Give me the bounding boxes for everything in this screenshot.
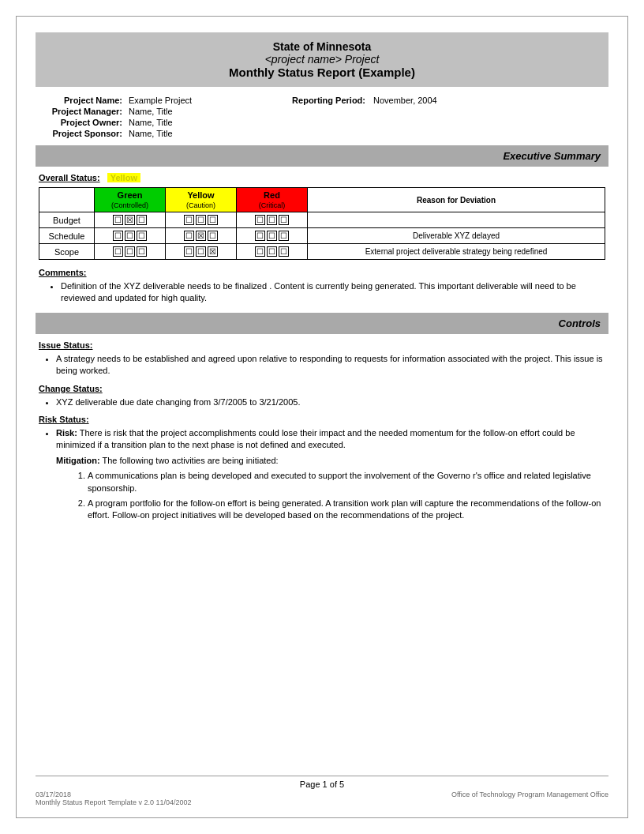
checkbox[interactable]: ☐ [255,231,265,241]
project-owner-label: Project Owner: [39,117,125,128]
issue-list: A strategy needs to be established and a… [39,353,605,378]
risk-status-label: Risk Status: [39,415,605,424]
project-info: Project Name: Example Project Reporting … [36,95,608,139]
mitigation-item: A communications plan is being developed… [88,470,605,494]
executive-summary-label: Executive Summary [503,150,601,162]
checkbox[interactable]: ☐ [184,215,194,225]
checkbox[interactable]: ☒ [196,231,206,241]
checkbox[interactable]: ☐ [196,246,206,257]
reason-cell [308,212,605,228]
mitigation-block: Mitigation: The following two activities… [56,455,605,522]
risk-item: Risk: There is risk that the project acc… [56,427,605,452]
controls-banner: Controls [36,313,608,334]
checkbox[interactable]: ☐ [267,215,277,225]
page-footer: Page 1 of 5 03/17/2018 Monthly Status Re… [36,776,608,806]
header-title1: State of Minnesota [40,40,604,53]
mitigation-list: A communications plan is being developed… [56,470,605,522]
footer-office: Office of Technology Program Management … [451,791,608,806]
page: State of Minnesota <project name> Projec… [16,16,628,818]
red-checkboxes: ☐☐☐ [237,212,308,228]
checkbox[interactable]: ☐ [125,231,135,241]
overall-status-label: Overall Status: [39,173,100,182]
yellow-header: Yellow (Caution) [166,188,237,212]
mitigation-item: A program portfolio for the follow-on ef… [88,498,605,522]
project-manager-label: Project Manager: [39,106,125,117]
change-item: XYZ deliverable due date changing from 3… [56,396,605,408]
risk-list: Risk: There is risk that the project acc… [39,427,605,452]
checkbox[interactable]: ☐ [255,215,265,225]
header-title2: <project name> Project [40,53,604,66]
comments-label: Comments: [39,268,605,277]
checkbox[interactable]: ☐ [184,231,194,241]
status-table: Green (Controlled) Yellow (Caution) Red … [39,187,605,260]
checkbox[interactable]: ☒ [208,246,218,257]
status-row-label: Scope [39,244,95,260]
project-name-value: Example Project [125,95,283,106]
overall-status-value: Yellow [107,173,140,182]
comments-list: Definition of the XYZ deliverable needs … [39,280,605,305]
header-title3: Monthly Status Report (Example) [40,66,604,79]
comment-item: Definition of the XYZ deliverable needs … [61,280,605,305]
project-name-label: Project Name: [39,95,125,106]
controls-section: Issue Status: A strategy needs to be est… [36,340,608,522]
checkbox[interactable]: ☐ [113,231,123,241]
status-row-label: Budget [39,212,95,228]
project-owner-value: Name, Title [125,117,283,128]
col-empty [39,188,95,212]
checkbox[interactable]: ☐ [279,246,289,257]
change-status-label: Change Status: [39,384,605,393]
project-sponsor-value: Name, Title [125,128,283,139]
mitigation-label: Mitigation: [56,456,100,465]
executive-summary-banner: Executive Summary [36,145,608,167]
checkbox[interactable]: ☐ [196,215,206,225]
checkbox[interactable]: ☐ [125,246,135,257]
checkbox[interactable]: ☐ [113,215,123,225]
green-header: Green (Controlled) [95,188,166,212]
status-table-container: Green (Controlled) Yellow (Caution) Red … [36,187,608,260]
checkbox[interactable]: ☐ [279,231,289,241]
overall-status-row: Overall Status: Yellow [36,173,608,182]
issue-item: A strategy needs to be established and a… [56,353,605,378]
checkbox[interactable]: ☐ [267,231,277,241]
checkbox[interactable]: ☐ [184,246,194,257]
red-checkboxes: ☐☐☐ [237,244,308,260]
checkbox[interactable]: ☐ [208,215,218,225]
checkbox[interactable]: ☐ [137,215,147,225]
yellow-checkboxes: ☐☐☒ [166,244,237,260]
yellow-checkboxes: ☐☐☐ [166,212,237,228]
yellow-checkboxes: ☐☒☐ [166,228,237,244]
comments-section: Comments: Definition of the XYZ delivera… [36,268,608,305]
red-checkboxes: ☐☐☐ [237,228,308,244]
checkbox[interactable]: ☐ [137,231,147,241]
green-checkboxes: ☐☒☐ [95,212,166,228]
checkbox[interactable]: ☐ [255,246,265,257]
checkbox[interactable]: ☒ [125,215,135,225]
footer-template: Monthly Status Report Template v 2.0 11/… [36,798,191,806]
risk-label: Risk: [56,428,77,438]
footer-left: 03/17/2018 Monthly Status Report Templat… [36,791,191,806]
reason-header: Reason for Deviation [308,188,605,212]
checkbox[interactable]: ☐ [279,215,289,225]
checkbox[interactable]: ☐ [267,246,277,257]
header-banner: State of Minnesota <project name> Projec… [36,32,608,87]
green-checkboxes: ☐☐☐ [95,228,166,244]
change-list: XYZ deliverable due date changing from 3… [39,396,605,408]
status-row-label: Schedule [39,228,95,244]
footer-page: Page 1 of 5 [300,780,344,789]
red-header: Red (Critical) [237,188,308,212]
green-checkboxes: ☐☐☐ [95,244,166,260]
issue-status-label: Issue Status: [39,340,605,350]
controls-label: Controls [559,317,601,329]
mitigation-intro: The following two activities are being i… [102,456,278,465]
project-manager-value: Name, Title [125,106,283,117]
reason-cell: Deliverable XYZ delayed [308,228,605,244]
checkbox[interactable]: ☐ [208,231,218,241]
footer-date: 03/17/2018 [36,791,71,798]
checkbox[interactable]: ☐ [113,246,123,257]
risk-text: There is risk that the project accomplis… [56,428,575,449]
reporting-period-value: November, 2004 [370,95,605,106]
reason-cell: External project deliverable strategy be… [308,244,605,260]
checkbox[interactable]: ☐ [137,246,147,257]
reporting-period-label: Reporting Period: [283,95,370,106]
project-sponsor-label: Project Sponsor: [39,128,125,139]
